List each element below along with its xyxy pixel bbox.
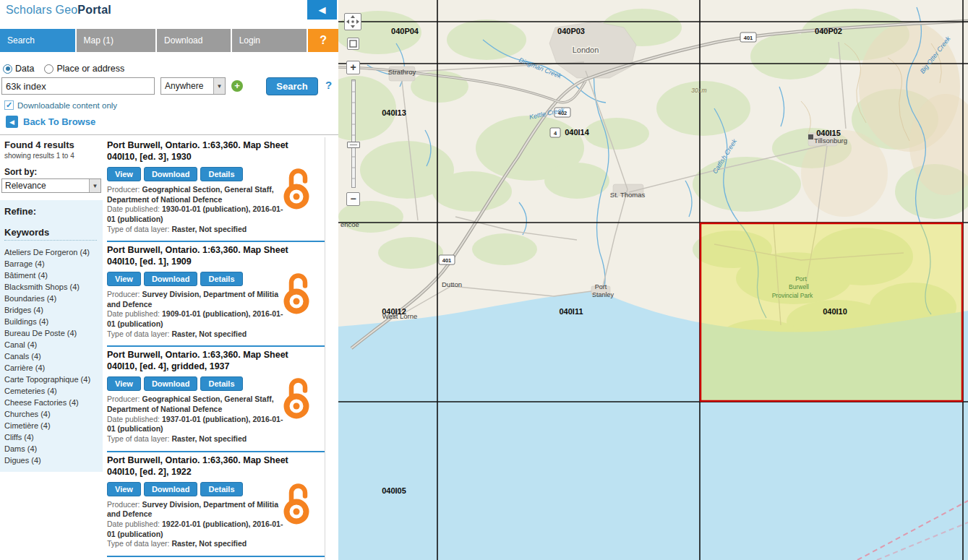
zoom-out-button[interactable]: − xyxy=(346,192,360,206)
view-button[interactable]: View xyxy=(107,482,141,496)
keywords-label: Keywords xyxy=(4,227,97,241)
view-button[interactable]: View xyxy=(107,376,141,391)
label-st-thomas: St. Thomas xyxy=(610,191,646,199)
keyword-filter[interactable]: Churches (4) xyxy=(4,408,103,420)
tab-login[interactable]: Login xyxy=(232,29,307,52)
keyword-filter[interactable]: Bâtiment (4) xyxy=(4,270,103,281)
result-metadata: Producer:Survey Division, Department of … xyxy=(107,290,288,339)
zoom-extent-button[interactable] xyxy=(347,38,359,50)
collapse-panel-button[interactable]: ◀ xyxy=(307,0,337,20)
label-elevation-301m: 301m xyxy=(691,87,706,94)
label-port-stanley-1: Port xyxy=(595,283,607,290)
tillsonburg-town-marker xyxy=(808,134,813,139)
left-panel: Scholars GeoPortal ◀ Search Map (1) Down… xyxy=(0,0,338,560)
back-to-browse-row: ◀ Back To Browse xyxy=(6,116,95,128)
logo-scholars: Scholars xyxy=(6,4,56,16)
type-label: Type of data layer: xyxy=(107,539,169,548)
zoom-slider-track[interactable] xyxy=(351,79,356,188)
pan-arrows-icon xyxy=(346,15,359,28)
keyword-filter[interactable]: Canal (4) xyxy=(4,339,103,350)
label-dutton: Dutton xyxy=(442,280,462,288)
open-access-icon xyxy=(280,168,313,212)
type-value: Raster, Not specified xyxy=(171,329,247,338)
result-title[interactable]: Port Burwell, Ontario. 1:63,360. Map She… xyxy=(107,455,304,478)
label-glencoe-partial: encoe xyxy=(340,220,359,228)
view-button[interactable]: View xyxy=(107,272,141,286)
map-view[interactable]: 401 402 401 4 040P04 040P03 xyxy=(338,0,968,560)
details-button[interactable]: Details xyxy=(200,376,242,391)
search-mode-radios: Data Place or address xyxy=(3,64,134,74)
radio-data-label[interactable]: Data xyxy=(15,64,34,74)
keyword-filter[interactable]: Bureau De Poste (4) xyxy=(4,327,103,339)
details-button[interactable]: Details xyxy=(200,482,242,496)
downloadable-label[interactable]: Downloadable content only xyxy=(17,101,117,110)
help-button[interactable]: ? xyxy=(308,29,338,52)
sheet-label-040P03: 040P03 xyxy=(557,27,585,35)
result-metadata: Producer:Geographical Section, General S… xyxy=(107,395,288,444)
result-title[interactable]: Port Burwell, Ontario. 1:63,360. Map She… xyxy=(107,244,304,267)
search-help-link[interactable]: ? xyxy=(325,79,332,91)
keyword-filter[interactable]: Canals (4) xyxy=(4,350,103,362)
add-search-term-button[interactable]: + xyxy=(231,80,243,92)
keyword-filter[interactable]: Ateliers De Forgeron (4) xyxy=(4,246,103,258)
radio-data[interactable] xyxy=(3,64,12,74)
results-showing: showing results 1 to 4 xyxy=(4,152,103,160)
download-button[interactable]: Download xyxy=(144,167,198,181)
keyword-filter[interactable]: Bridges (4) xyxy=(4,304,103,316)
label-park-line3: Provincial Park xyxy=(772,292,813,299)
search-scope-select[interactable]: Anywhere ▼ xyxy=(160,77,226,95)
tab-search[interactable]: Search xyxy=(0,29,75,52)
shield-401-west: 401 xyxy=(442,257,452,264)
tab-download[interactable]: Download xyxy=(157,29,231,52)
back-arrow-icon[interactable]: ◀ xyxy=(6,116,18,128)
result-title[interactable]: Port Burwell, Ontario. 1:63,360. Map She… xyxy=(107,139,304,163)
view-button[interactable]: View xyxy=(107,167,141,181)
keyword-filter[interactable]: Carrière (4) xyxy=(4,362,103,374)
radio-place-label[interactable]: Place or address xyxy=(56,64,124,74)
keyword-filter[interactable]: Blacksmith Shops (4) xyxy=(4,281,103,293)
keyword-filter[interactable]: Cliffs (4) xyxy=(4,431,103,443)
sheet-label-040I10: 040I10 xyxy=(823,307,847,316)
download-button[interactable]: Download xyxy=(144,376,198,391)
producer-label: Producer: xyxy=(107,395,140,403)
results-list: Port Burwell, Ontario. 1:63,360. Map She… xyxy=(107,137,325,560)
downloadable-checkbox[interactable]: ✓ xyxy=(4,100,14,110)
download-button[interactable]: Download xyxy=(144,482,198,496)
type-value: Raster, Not specified xyxy=(171,225,247,233)
sort-select[interactable]: Relevance ▼ xyxy=(1,178,101,193)
keyword-filter[interactable]: Cemeteries (4) xyxy=(4,385,103,397)
collapse-arrow-icon: ◀ xyxy=(319,4,326,15)
keyword-filter[interactable]: Dams (4) xyxy=(4,443,103,455)
logo-portal: Portal xyxy=(77,4,111,16)
type-value: Raster, Not specified xyxy=(171,539,247,548)
keyword-filter[interactable]: Buildings (4) xyxy=(4,316,103,327)
divider xyxy=(0,134,338,135)
details-button[interactable]: Details xyxy=(200,272,242,286)
open-access-icon xyxy=(280,483,313,527)
label-tillsonburg: Tillsonburg xyxy=(814,137,847,145)
tab-map[interactable]: Map (1) xyxy=(77,29,156,52)
keyword-filter[interactable]: Carte Topographique (4) xyxy=(4,374,103,385)
details-button[interactable]: Details xyxy=(200,167,242,181)
search-input[interactable] xyxy=(1,77,155,95)
pan-control[interactable] xyxy=(344,13,361,30)
search-button[interactable]: Search xyxy=(266,77,318,95)
label-west-lorne: West Lorne xyxy=(382,312,417,320)
keyword-filter[interactable]: Digues (4) xyxy=(4,455,103,466)
tab-bar: Search Map (1) Download Login ? xyxy=(0,29,338,52)
zoom-slider-handle[interactable] xyxy=(347,142,360,148)
back-to-browse-link[interactable]: Back To Browse xyxy=(23,116,95,127)
keyword-filter[interactable]: Cimetière (4) xyxy=(4,420,103,431)
radio-place[interactable] xyxy=(44,64,53,74)
result-title[interactable]: Port Burwell, Ontario. 1:63,360. Map She… xyxy=(107,349,304,372)
logo-geo: Geo xyxy=(56,4,78,16)
download-button[interactable]: Download xyxy=(144,272,198,286)
refine-panel: Refine: Keywords Ateliers De Forgeron (4… xyxy=(0,200,103,472)
keyword-filter[interactable]: Cheese Factories (4) xyxy=(4,397,103,408)
keyword-filter[interactable]: Boundaries (4) xyxy=(4,293,103,304)
app-logo: Scholars GeoPortal xyxy=(6,4,111,17)
sheet-label-040P02: 040P02 xyxy=(815,27,842,35)
zoom-in-button[interactable]: + xyxy=(346,61,360,74)
keyword-filter[interactable]: Barrage (4) xyxy=(4,258,103,270)
producer-label: Producer: xyxy=(107,185,140,194)
